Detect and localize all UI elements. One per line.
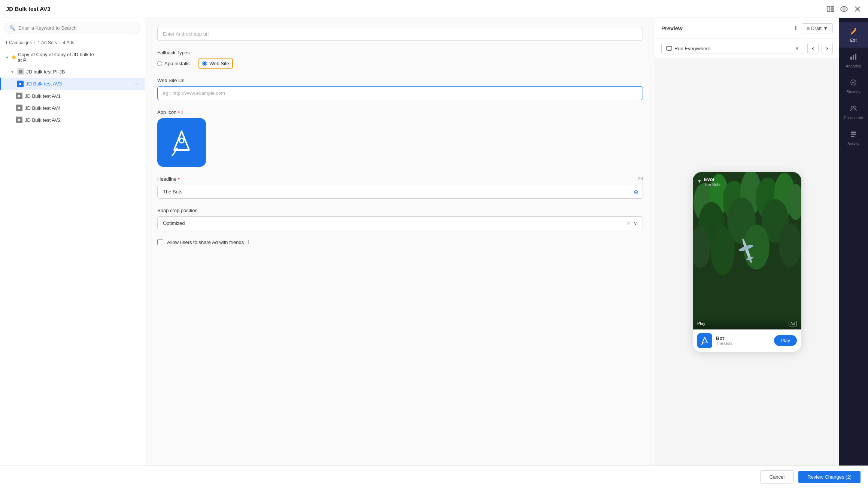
preview-controls: Run Everywhere ▼ ‹ › [655,39,839,58]
nav-collaborate-label: Collaborate [844,116,863,120]
right-preview: Preview ⬆ Draft ▼ Run Everywhere ▼ ‹ [655,18,839,466]
search-input[interactable] [18,25,136,31]
tree-item-ad1[interactable]: ■ JD Bulk test AV3 ⋯ [0,78,145,90]
review-button[interactable]: Review Changes (2) [798,471,861,483]
headline-input[interactable] [157,185,643,199]
main-layout: 🔍 1 Campaigns › 1 Ad Sets › 4 Ads ▼ Copy… [0,18,868,466]
tree-item-ad2[interactable]: ■ JD Bulk test AV1 [0,90,145,102]
sidebar-toggle-icon[interactable] [826,4,835,13]
nav-item-activity[interactable]: Activity [839,125,868,151]
ad-arrow-icon: ▼ [697,179,702,184]
radio-group: App Installs Web Site [157,58,643,69]
draft-button[interactable]: Draft ▼ [802,23,833,33]
svg-rect-29 [850,57,852,60]
tree-item-label: JD Bulk test AV2 [25,117,140,123]
prev-arrow-button[interactable]: ‹ [807,43,819,54]
nav-strategy-label: Strategy [846,90,860,94]
preview-icon[interactable] [840,4,849,13]
app-title: JD Bulk test AV3 [6,6,50,12]
more-icon[interactable]: ⋯ [134,80,140,87]
search-icon: 🔍 [9,25,15,31]
draft-status-dot [807,27,810,30]
ads-count: 4 Ads [63,40,74,45]
arrow-icon: ▼ [5,55,10,60]
fallback-label: Fallback Types [157,50,643,55]
next-arrow-button[interactable]: › [822,43,833,54]
search-bar[interactable]: 🔍 [4,22,140,34]
clear-icon[interactable]: ✕ [626,220,631,226]
radio-website-box[interactable]: Web Site [198,58,233,69]
svg-rect-1 [831,6,834,7]
footer: Cancel Review Changes (2) [0,466,868,488]
preview-title: Preview [661,25,683,31]
phone-content: ▼ Evol The Bots ⋯ Play [693,172,801,352]
share-ad-checkbox[interactable]: Allow users to share Ad with friends ℹ [157,239,643,245]
nav-analytics-label: Analytics [846,64,861,68]
snap-crop-label: Snap crop position [157,208,643,213]
radio-website[interactable]: Web Site [202,61,229,66]
chevron-down-icon: ∨ [634,220,637,226]
cancel-button[interactable]: Cancel [760,470,794,484]
headline-input-wrapper: ⊕ [157,185,643,199]
ad-icon: ■ [16,117,22,123]
info-icon[interactable]: ℹ [181,109,183,115]
center-content: Fallback Types App Installs Web Site [145,18,655,466]
tree-item-label: JD bulk test PI-JB [26,69,140,75]
adsets-count: 1 Ad Sets [38,40,57,45]
website-url-label: Web Site Url [157,78,643,83]
ad-card-info: Bot The Bots [716,335,770,346]
analytics-icon [850,53,857,62]
preview-header: Preview ⬆ Draft ▼ [655,18,839,39]
android-url-input[interactable] [157,27,643,41]
upload-icon[interactable]: ⬆ [793,25,798,32]
nav-item-analytics[interactable]: Analytics [839,48,868,73]
ad-card-icon [697,333,712,348]
add-headline-icon[interactable]: ⊕ [634,188,638,195]
tree-item-ad4[interactable]: ■ JD Bulk test AV2 [0,114,145,126]
snap-crop-select[interactable]: Optimized ✕ ∨ [157,216,643,230]
share-ad-input[interactable] [157,239,163,245]
radio-app-installs[interactable]: App Installs [157,61,189,66]
ad-play-button[interactable]: Play [774,335,797,346]
ad-icon-active: ■ [17,81,24,87]
nav-item-strategy[interactable]: Strategy [839,73,868,99]
app-icon-label: App Icon • ℹ [157,109,643,115]
website-url-input[interactable] [157,86,643,100]
nav-item-collaborate[interactable]: Collaborate [839,99,868,125]
svg-rect-36 [851,134,856,135]
svg-rect-35 [851,132,856,133]
collaborate-icon [850,105,857,114]
left-sidebar: 🔍 1 Campaigns › 1 Ad Sets › 4 Ads ▼ Copy… [0,18,145,466]
tree-item-label: JD Bulk test AV3 [26,81,131,87]
tree-item-label: JD Bulk test AV1 [25,93,140,99]
strategy-icon [850,79,857,88]
tree-item-label: JD Bulk test AV4 [25,105,140,111]
ad-more-icon[interactable]: ⋯ [791,177,797,184]
platform-chevron-icon: ▼ [795,46,799,51]
ad-overlay: ▼ Evol The Bots ⋯ Play [693,172,801,329]
activity-icon [850,130,857,140]
close-icon[interactable] [853,4,862,13]
nav-edit-label: Edit [850,38,856,42]
title-bar: JD Bulk test AV3 [0,0,868,18]
svg-rect-8 [19,70,22,73]
platform-select[interactable]: Run Everywhere ▼ [661,43,804,54]
svg-rect-10 [667,46,672,50]
ad-icon: ■ [16,105,22,111]
ad-card: Bot The Bots Play [693,329,801,352]
ad-bottom-bar: Play Ad [693,318,801,329]
share-info-icon[interactable]: ℹ [248,240,249,245]
campaign-status-dot [12,55,16,59]
tree-item-adset1[interactable]: ▼ JD bulk test PI-JB [0,66,145,78]
right-nav: Edit Analytics Strategy [839,18,868,466]
svg-point-5 [843,8,845,10]
fallback-types-group: Fallback Types App Installs Web Site [157,50,643,69]
draft-label: Draft [811,25,822,31]
tree-item-ad3[interactable]: ■ JD Bulk test AV4 [0,102,145,114]
nav-item-edit[interactable]: Edit [839,22,868,48]
tree-item-campaign1[interactable]: ▼ Copy of Copy of Copy of JD bulk test P… [0,49,145,66]
title-bar-actions [826,4,862,13]
app-icon-preview[interactable] [157,118,206,167]
nav-activity-label: Activity [847,142,859,146]
svg-rect-37 [851,136,855,137]
